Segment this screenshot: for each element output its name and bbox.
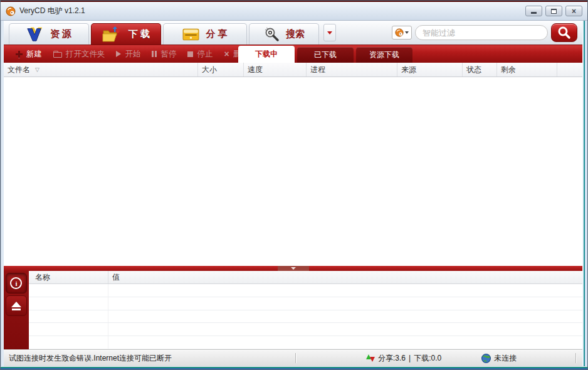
upload-arrow-icon bbox=[11, 302, 21, 310]
status-message: 试图连接时发生致命错误.Internet连接可能已断开 bbox=[9, 353, 294, 364]
search-button[interactable] bbox=[551, 23, 577, 42]
command-label: 停止 bbox=[197, 49, 213, 60]
smart-filter-input[interactable] bbox=[415, 25, 548, 40]
window-frame-bottom bbox=[1, 366, 587, 369]
open-folder-button[interactable]: 打开文件夹 bbox=[48, 45, 111, 63]
minimize-icon bbox=[531, 12, 537, 14]
detail-row bbox=[29, 284, 582, 297]
detail-row bbox=[29, 310, 582, 324]
command-label: 打开文件夹 bbox=[66, 49, 105, 60]
tab-label: 下 载 bbox=[129, 28, 150, 40]
share-drawer-icon bbox=[182, 27, 199, 41]
window-frame-right bbox=[582, 21, 587, 366]
app-logo-icon bbox=[6, 6, 16, 16]
info-icon: i bbox=[10, 277, 22, 289]
close-icon: × bbox=[572, 8, 576, 15]
detail-panel: i 名称 值 bbox=[4, 271, 582, 349]
command-bar: 新建 打开文件夹 开始 暂停 停止 bbox=[4, 45, 582, 63]
window-controls: × bbox=[525, 6, 582, 16]
column-label: 来源 bbox=[401, 63, 416, 77]
column-header-filename[interactable]: 文件名 ▽ bbox=[4, 63, 198, 77]
statusbar-divider bbox=[295, 353, 296, 363]
collapse-arrow-icon bbox=[291, 267, 296, 270]
close-button[interactable]: × bbox=[565, 6, 582, 16]
magnifier-icon bbox=[557, 26, 571, 40]
connection-status: 未连接 bbox=[481, 353, 517, 364]
title-bar: VeryCD 电驴 v1.2.1 × bbox=[1, 1, 587, 21]
splitter-grip[interactable] bbox=[278, 266, 309, 271]
subtab-downloading[interactable]: 下载中 bbox=[238, 46, 295, 63]
tab-share[interactable]: 分 享 bbox=[163, 23, 247, 45]
minimize-button[interactable] bbox=[525, 6, 542, 16]
delete-icon: × bbox=[224, 50, 229, 58]
pause-icon bbox=[152, 51, 154, 57]
column-label: 文件名 bbox=[8, 63, 30, 77]
new-download-button[interactable]: 新建 bbox=[10, 45, 48, 63]
panel-splitter[interactable] bbox=[4, 266, 582, 271]
detail-row bbox=[29, 323, 582, 336]
app-window: VeryCD 电驴 v1.2.1 × 资 源 bbox=[0, 0, 588, 370]
connection-label: 未连接 bbox=[494, 353, 517, 364]
sort-indicator-icon: ▽ bbox=[35, 63, 39, 77]
subtab-resource-download[interactable]: 资源下载 bbox=[356, 47, 412, 63]
command-label: 新建 bbox=[26, 49, 42, 60]
download-table-header: 文件名 ▽ 大小 速度 进程 来源 状态 剩余 bbox=[4, 63, 582, 77]
detail-row bbox=[29, 336, 582, 349]
statusbar-divider bbox=[575, 353, 576, 363]
emule-icon bbox=[395, 28, 404, 37]
column-header-remaining[interactable]: 剩余 bbox=[497, 63, 557, 77]
column-header-speed[interactable]: 速度 bbox=[244, 63, 307, 77]
download-rate: 下载:0.0 bbox=[414, 353, 441, 364]
tab-download[interactable]: 下 载 bbox=[91, 23, 161, 45]
stop-button[interactable]: 停止 bbox=[182, 45, 218, 63]
search-dropdown-button[interactable] bbox=[323, 24, 336, 41]
command-label: 开始 bbox=[125, 49, 140, 60]
maximize-button[interactable] bbox=[545, 6, 562, 16]
globe-icon bbox=[481, 354, 491, 363]
play-icon bbox=[116, 51, 121, 57]
info-tab-button[interactable]: i bbox=[6, 273, 27, 293]
tab-resources[interactable]: 资 源 bbox=[9, 23, 89, 45]
column-header-name[interactable]: 名称 bbox=[29, 271, 108, 283]
stats-divider: | bbox=[409, 354, 411, 362]
column-label: 状态 bbox=[466, 63, 481, 77]
detail-sidebar: i bbox=[4, 271, 29, 349]
up-down-arrows-icon bbox=[366, 354, 375, 362]
command-label: 暂停 bbox=[160, 49, 176, 60]
search-lens-icon bbox=[263, 27, 280, 42]
column-label: 大小 bbox=[202, 63, 217, 77]
column-header-value[interactable]: 值 bbox=[108, 271, 582, 283]
folder-icon bbox=[53, 52, 62, 58]
chevron-down-icon bbox=[405, 31, 409, 34]
detail-row bbox=[29, 297, 582, 310]
transfer-stats: 分享:3.6 | 下载:0.0 bbox=[366, 353, 441, 364]
column-header-status[interactable]: 状态 bbox=[463, 63, 497, 77]
download-list-area bbox=[4, 77, 582, 266]
download-folder-icon bbox=[102, 26, 122, 43]
upload-tab-button[interactable] bbox=[6, 295, 27, 316]
verycd-v-icon bbox=[26, 26, 44, 43]
column-header-source[interactable]: 来源 bbox=[397, 63, 463, 77]
stop-icon bbox=[187, 51, 193, 57]
column-label: 速度 bbox=[248, 63, 263, 77]
plus-icon bbox=[16, 51, 23, 58]
filter-source-dropdown[interactable] bbox=[392, 26, 412, 40]
tab-search[interactable]: 搜索 bbox=[249, 23, 319, 45]
subtab-downloaded[interactable]: 已下载 bbox=[297, 47, 354, 63]
column-header-size[interactable]: 大小 bbox=[198, 63, 244, 77]
tab-label: 分 享 bbox=[206, 28, 227, 40]
maximize-icon bbox=[551, 9, 557, 14]
status-bar: 试图连接时发生致命错误.Internet连接可能已断开 分享:3.6 | 下载:… bbox=[4, 349, 582, 366]
window-title: VeryCD 电驴 v1.2.1 bbox=[19, 6, 85, 16]
filter-group bbox=[392, 23, 577, 42]
share-ratio: 分享:3.6 bbox=[378, 353, 406, 364]
pause-button[interactable]: 暂停 bbox=[146, 45, 182, 63]
main-toolbar: 资 源 下 载 bbox=[4, 21, 582, 45]
tab-label: 搜索 bbox=[286, 28, 305, 40]
column-label: 进程 bbox=[310, 63, 325, 77]
start-button[interactable]: 开始 bbox=[110, 45, 146, 63]
tab-label: 资 源 bbox=[50, 28, 71, 40]
column-header-empty bbox=[557, 63, 582, 77]
column-header-progress[interactable]: 进程 bbox=[307, 63, 397, 77]
download-subtabs: 下载中 已下载 资源下载 bbox=[238, 46, 412, 63]
